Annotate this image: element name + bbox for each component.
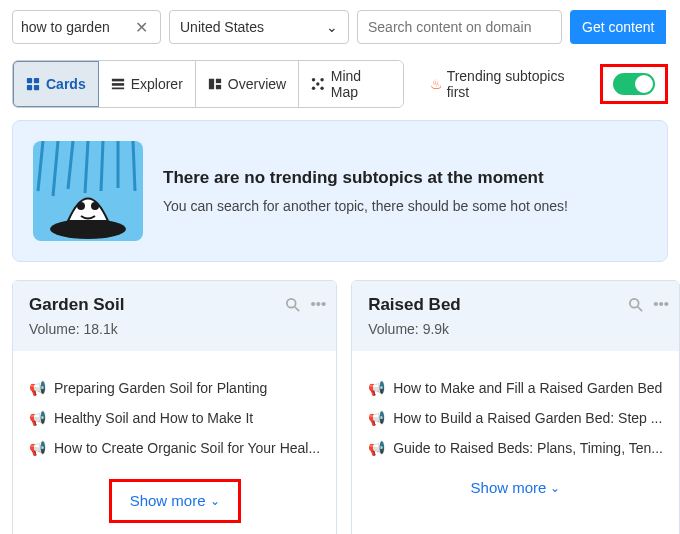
list-item[interactable]: 📢 How to Make and Fill a Raised Garden B… <box>368 373 663 403</box>
megaphone-icon: 📢 <box>368 380 385 396</box>
svg-point-28 <box>630 299 639 308</box>
tab-explorer[interactable]: Explorer <box>99 61 196 107</box>
get-content-button[interactable]: Get content <box>570 10 666 44</box>
view-tabs: Cards Explorer Overview Mind Map <box>12 60 404 108</box>
svg-line-27 <box>295 307 299 311</box>
search-icon[interactable] <box>629 295 643 312</box>
search-input[interactable] <box>21 19 131 35</box>
tab-label: Cards <box>46 76 86 92</box>
fire-icon: ♨ <box>430 76 443 92</box>
svg-line-22 <box>133 141 135 191</box>
more-icon[interactable]: ••• <box>653 295 669 312</box>
megaphone-icon: 📢 <box>368 410 385 426</box>
svg-rect-8 <box>216 79 221 83</box>
trending-toggle[interactable] <box>613 73 655 95</box>
tab-cards[interactable]: Cards <box>12 60 100 108</box>
overview-icon <box>208 77 222 91</box>
chevron-down-icon: ⌄ <box>326 19 338 35</box>
svg-point-25 <box>91 202 99 210</box>
show-more-highlight: Show more⌄ <box>109 479 241 523</box>
chevron-down-icon: ⌄ <box>550 481 560 495</box>
card-volume: Volume: 9.9k <box>368 321 663 337</box>
domain-search-input[interactable] <box>357 10 562 44</box>
show-more-link[interactable]: Show more⌄ <box>130 492 220 509</box>
svg-rect-7 <box>209 79 214 90</box>
clear-icon[interactable]: ✕ <box>131 18 152 37</box>
tab-label: Overview <box>228 76 286 92</box>
topic-card: Garden Soil Volume: 18.1k ••• 📢 Preparin… <box>12 280 337 534</box>
banner-illustration <box>33 141 143 241</box>
more-icon[interactable]: ••• <box>310 295 326 312</box>
list-item[interactable]: 📢 How to Build a Raised Garden Bed: Step… <box>368 403 663 433</box>
svg-rect-9 <box>216 85 221 89</box>
card-volume: Volume: 18.1k <box>29 321 320 337</box>
svg-rect-5 <box>112 83 124 86</box>
show-more-link[interactable]: Show more⌄ <box>471 479 561 496</box>
list-item[interactable]: 📢 Healthy Soil and How to Make It <box>29 403 320 433</box>
list-item[interactable]: 📢 How to Create Organic Soil for Your He… <box>29 433 320 463</box>
svg-line-20 <box>101 141 103 191</box>
country-select[interactable]: United States ⌄ <box>169 10 349 44</box>
explorer-icon <box>111 77 125 91</box>
chevron-down-icon: ⌄ <box>210 494 220 508</box>
mindmap-icon <box>311 77 325 91</box>
svg-rect-3 <box>34 85 39 90</box>
svg-point-12 <box>312 87 315 90</box>
tab-overview[interactable]: Overview <box>196 61 299 107</box>
search-icon[interactable] <box>286 295 300 312</box>
banner-desc: You can search for another topic, there … <box>163 198 568 214</box>
tab-mindmap[interactable]: Mind Map <box>299 61 402 107</box>
svg-point-13 <box>321 87 324 90</box>
svg-point-24 <box>77 202 85 210</box>
toggle-highlight <box>600 64 668 104</box>
empty-banner: There are no trending subtopics at the m… <box>12 120 668 262</box>
svg-rect-1 <box>34 78 39 83</box>
megaphone-icon: 📢 <box>368 440 385 456</box>
svg-point-11 <box>321 78 324 81</box>
svg-rect-2 <box>27 85 32 90</box>
svg-rect-6 <box>112 88 124 90</box>
card-title: Garden Soil <box>29 295 320 315</box>
tab-label: Mind Map <box>331 68 391 100</box>
megaphone-icon: 📢 <box>29 440 46 456</box>
country-label: United States <box>180 19 264 35</box>
cards-icon <box>26 77 40 91</box>
list-item[interactable]: 📢 Preparing Garden Soil for Planting <box>29 373 320 403</box>
svg-rect-4 <box>112 79 124 82</box>
svg-point-26 <box>287 299 296 308</box>
topic-card: Raised Bed Volume: 9.9k ••• 📢 How to Mak… <box>351 280 680 534</box>
svg-rect-0 <box>27 78 32 83</box>
svg-point-14 <box>316 82 319 85</box>
svg-point-10 <box>312 78 315 81</box>
banner-title: There are no trending subtopics at the m… <box>163 168 568 188</box>
svg-line-29 <box>638 307 642 311</box>
tab-label: Explorer <box>131 76 183 92</box>
card-title: Raised Bed <box>368 295 663 315</box>
megaphone-icon: 📢 <box>29 410 46 426</box>
megaphone-icon: 📢 <box>29 380 46 396</box>
list-item[interactable]: 📢 Guide to Raised Beds: Plans, Timing, T… <box>368 433 663 463</box>
search-field[interactable]: ✕ <box>12 10 161 44</box>
trending-label: ♨ Trending subtopics first <box>430 68 590 100</box>
